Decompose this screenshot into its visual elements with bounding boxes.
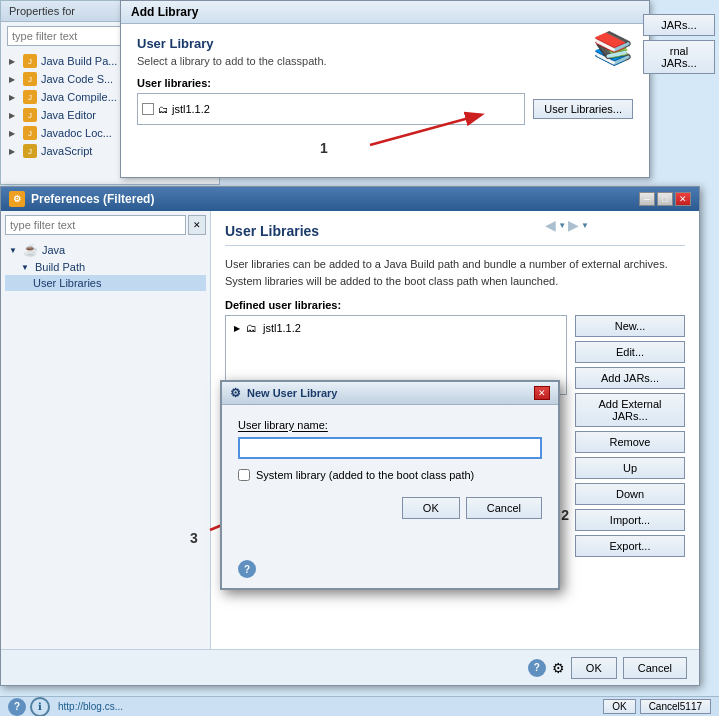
add-library-body: 📚 User Library Select a library to add t… [121, 24, 649, 137]
prefs-sidebar: ✕ ▼ ☕ Java ▼ Build Path User Libraries [1, 211, 211, 683]
url-ok-button[interactable]: OK [603, 699, 635, 714]
tree-item-label: Javadoc Loc... [41, 127, 112, 139]
url-text: http://blog.cs... [58, 701, 123, 712]
library-list: 🗂 jstl1.1.2 [137, 93, 525, 125]
help-circle-icon[interactable]: ? [238, 560, 256, 578]
new-lib-cancel-button[interactable]: Cancel [466, 497, 542, 519]
expand-arrow-icon: ▶ [9, 147, 19, 156]
tree-item-label: Java Editor [41, 109, 96, 121]
prefs-tree-userlibs-label: User Libraries [33, 277, 101, 289]
new-lib-buttons: OK Cancel [238, 497, 542, 519]
expand-arrow-icon: ▶ [9, 93, 19, 102]
new-user-library-dialog: ⚙ New User Library ✕ User library name: … [220, 380, 560, 590]
add-library-title: Add Library [131, 5, 198, 19]
lib-item-jstl[interactable]: 🗂 jstl1.1.2 [142, 103, 210, 115]
new-lib-close-button[interactable]: ✕ [534, 386, 550, 400]
up-button[interactable]: Up [575, 457, 685, 479]
tree-item-label: Java Code S... [41, 73, 113, 85]
expand-arrow-icon: ▶ [9, 111, 19, 120]
down-button[interactable]: Down [575, 483, 685, 505]
new-lib-title-left: ⚙ New User Library [230, 386, 337, 400]
jstl-icon: 🗂 [246, 322, 257, 334]
add-external-jars-button[interactable]: Add External JARs... [575, 393, 685, 427]
close-button[interactable]: ✕ [675, 192, 691, 206]
add-library-desc: Select a library to add to the classpath… [137, 55, 633, 67]
window-controls: ─ □ ✕ [639, 192, 691, 206]
tree-java-icon: ☕ [23, 243, 38, 257]
lib-checkbox[interactable] [142, 103, 154, 115]
properties-title: Properties for [9, 5, 75, 17]
java-icon: J [23, 126, 37, 140]
maximize-button[interactable]: □ [657, 192, 673, 206]
java-icon: J [23, 90, 37, 104]
add-library-header: Add Library [121, 1, 649, 24]
prefs-bottom: ? ⚙ OK Cancel [1, 649, 699, 685]
url-cancel-button[interactable]: Cancel5117 [640, 699, 711, 714]
new-lib-ok-button[interactable]: OK [402, 497, 460, 519]
prefs-content-desc: User libraries can be added to a Java Bu… [225, 256, 685, 289]
prefs-filter-input[interactable] [5, 215, 186, 235]
prefs-filter-area: ✕ [5, 215, 206, 235]
user-library-name-text: User library name: [238, 419, 328, 431]
prefs-tree: ▼ ☕ Java ▼ Build Path User Libraries [5, 241, 206, 291]
prefs-title-text: Preferences (Filtered) [31, 192, 154, 206]
new-button[interactable]: New... [575, 315, 685, 337]
prefs-title-icon: ⚙ [9, 191, 25, 207]
tree-item-label: Java Build Pa... [41, 55, 117, 67]
internal-jars-button[interactable]: rnal JARs... [643, 40, 715, 74]
lib-item-name: jstl1.1.2 [172, 103, 210, 115]
expand-arrow-icon: ▶ [234, 324, 240, 333]
new-lib-help-icon[interactable]: ? [238, 560, 256, 578]
defined-label: Defined user libraries: [225, 299, 685, 311]
prefs-content-title: User Libraries [225, 223, 685, 246]
prefs-filter-clear[interactable]: ✕ [188, 215, 206, 235]
new-lib-title-bar: ⚙ New User Library ✕ [222, 382, 558, 405]
prefs-tree-java[interactable]: ▼ ☕ Java [5, 241, 206, 259]
prefs-tree-userlibs[interactable]: User Libraries [5, 275, 206, 291]
jars-button[interactable]: JARs... [643, 14, 715, 36]
system-lib-label: System library (added to the boot class … [256, 469, 474, 481]
side-buttons-area: JARs... rnal JARs... [639, 10, 719, 78]
java-icon: J [23, 54, 37, 68]
expand-arrow-icon: ▶ [9, 75, 19, 84]
prefs-ok-button[interactable]: OK [571, 657, 617, 679]
expand-arrow-icon: ▼ [21, 263, 29, 272]
add-jars-button[interactable]: Add JARs... [575, 367, 685, 389]
forward-arrow-icon[interactable]: ▶ [568, 217, 579, 233]
edit-button[interactable]: Edit... [575, 341, 685, 363]
js-icon: J [23, 144, 37, 158]
new-lib-name-label: User library name: [238, 419, 542, 431]
defined-item-jstl[interactable]: ▶ 🗂 jstl1.1.2 [230, 320, 562, 336]
export-button[interactable]: Export... [575, 535, 685, 557]
expand-arrow-icon: ▶ [9, 129, 19, 138]
java-icon: J [23, 108, 37, 122]
forward-dropdown-icon[interactable]: ▼ [581, 221, 589, 230]
expand-arrow-icon: ▼ [9, 246, 17, 255]
url-bar-help-icon[interactable]: ? [8, 698, 26, 716]
back-arrow-icon[interactable]: ◀ [545, 217, 556, 233]
back-dropdown-icon[interactable]: ▼ [558, 221, 566, 230]
user-library-name-input[interactable] [238, 437, 542, 459]
settings-icon[interactable]: ⚙ [552, 660, 565, 676]
prefs-tree-buildpath-label: Build Path [35, 261, 85, 273]
import-button[interactable]: Import... [575, 509, 685, 531]
nav-arrows: ◀ ▼ ▶ ▼ [545, 217, 589, 233]
add-library-panel: Add Library 📚 User Library Select a libr… [120, 0, 650, 178]
prefs-cancel-button[interactable]: Cancel [623, 657, 687, 679]
system-lib-checkbox[interactable] [238, 469, 250, 481]
help-icon[interactable]: ? [528, 659, 546, 677]
user-libraries-button[interactable]: User Libraries... [533, 99, 633, 119]
prefs-tree-java-label: Java [42, 244, 65, 256]
info-icon[interactable]: ℹ [30, 697, 50, 717]
remove-button[interactable]: Remove [575, 431, 685, 453]
system-lib-checkbox-area: System library (added to the boot class … [238, 469, 542, 481]
url-bar: ? ℹ http://blog.cs... OK Cancel5117 [0, 696, 719, 716]
new-lib-title-text: New User Library [247, 387, 337, 399]
prefs-title-bar: ⚙ Preferences (Filtered) ─ □ ✕ [1, 187, 699, 211]
tree-item-label: Java Compile... [41, 91, 117, 103]
expand-arrow-icon: ▶ [9, 57, 19, 66]
url-bar-buttons: OK Cancel5117 [603, 699, 711, 714]
prefs-tree-buildpath[interactable]: ▼ Build Path [5, 259, 206, 275]
minimize-button[interactable]: ─ [639, 192, 655, 206]
user-libraries-label: User libraries: [137, 77, 633, 89]
